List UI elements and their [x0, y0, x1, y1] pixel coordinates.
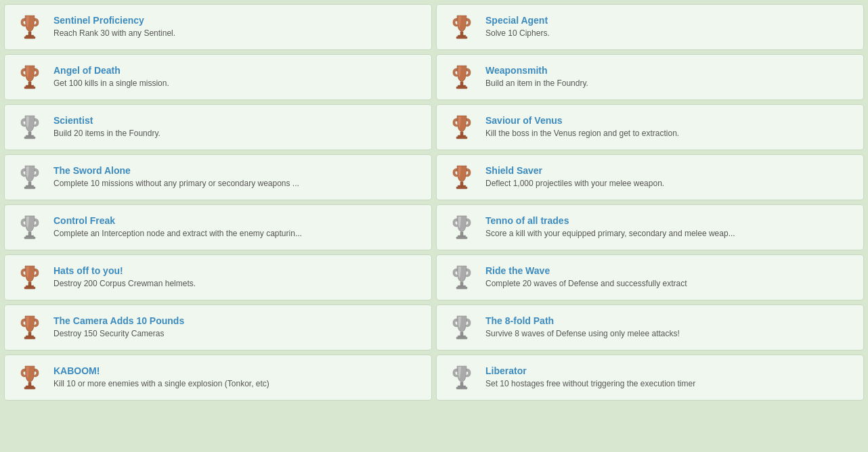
svg-rect-9: [460, 82, 463, 85]
svg-rect-12: [28, 132, 31, 135]
svg-rect-32: [24, 287, 35, 289]
achievement-title-liberator[interactable]: Liberator: [485, 365, 695, 376]
trophy-icon-scientist: [14, 112, 45, 143]
achievement-card-special-agent: Special AgentSolve 10 Ciphers.: [436, 4, 864, 50]
achievement-card-the-camera-adds-10-pounds: The Camera Adds 10 PoundsDestroy 150 Sec…: [4, 304, 432, 351]
achievement-desc-tenno-of-all-trades: Score a kill with your equipped primary,…: [485, 228, 735, 240]
svg-rect-2: [24, 37, 35, 39]
svg-rect-3: [460, 32, 463, 35]
svg-rect-6: [28, 82, 31, 85]
achievement-title-scientist[interactable]: Scientist: [53, 115, 160, 126]
svg-rect-17: [456, 137, 467, 139]
achievement-title-hats-off-to-you[interactable]: Hats off to you!: [53, 265, 196, 276]
achievement-text-special-agent: Special AgentSolve 10 Ciphers.: [485, 15, 550, 39]
achievement-title-saviour-of-venus[interactable]: Saviour of Venus: [485, 115, 679, 126]
svg-rect-34: [458, 286, 466, 287]
svg-rect-31: [26, 286, 34, 287]
achievement-text-weaponsmith: WeaponsmithBuild an item in the Foundry.: [485, 65, 588, 89]
achievement-desc-ride-the-wave: Complete 20 waves of Defense and success…: [485, 278, 687, 290]
trophy-icon-special-agent: [446, 12, 477, 43]
svg-rect-23: [456, 187, 467, 189]
achievement-card-sentinel-proficiency: Sentinel ProficiencyReach Rank 30 with a…: [4, 4, 432, 50]
svg-rect-10: [458, 85, 466, 87]
svg-rect-40: [458, 336, 466, 337]
svg-rect-16: [458, 135, 466, 137]
svg-rect-15: [460, 132, 463, 135]
achievement-text-sentinel-proficiency: Sentinel ProficiencyReach Rank 30 with a…: [53, 15, 175, 39]
trophy-icon-control-freak: [14, 212, 45, 243]
achievement-card-angel-of-death: Angel of DeathGet 100 kills in a single …: [4, 54, 432, 100]
achievement-card-the-8-fold-path: The 8-fold PathSurvive 8 waves of Defens…: [436, 304, 864, 351]
trophy-icon-kaboom: [14, 362, 45, 393]
achievement-desc-the-8-fold-path: Survive 8 waves of Defense using only me…: [485, 328, 680, 340]
achievement-desc-sentinel-proficiency: Reach Rank 30 with any Sentinel.: [53, 28, 175, 39]
svg-rect-13: [26, 135, 34, 137]
svg-rect-1: [26, 35, 34, 37]
svg-rect-20: [24, 187, 35, 189]
achievement-text-hats-off-to-you: Hats off to you!Destroy 200 Corpus Crewm…: [53, 265, 196, 290]
achievement-title-angel-of-death[interactable]: Angel of Death: [53, 65, 169, 76]
svg-rect-26: [24, 237, 35, 239]
achievement-text-liberator: LiberatorSet 10 hostages free without tr…: [485, 365, 695, 390]
svg-rect-21: [460, 182, 463, 185]
achievement-title-the-sword-alone[interactable]: The Sword Alone: [53, 165, 299, 176]
achievement-desc-control-freak: Complete an Interception node and extrac…: [53, 228, 302, 240]
svg-rect-19: [26, 185, 34, 187]
svg-rect-27: [460, 232, 463, 235]
achievement-desc-liberator: Set 10 hostages free without triggering …: [485, 378, 695, 390]
achievements-grid: Sentinel ProficiencyReach Rank 30 with a…: [0, 0, 868, 405]
achievement-card-weaponsmith: WeaponsmithBuild an item in the Foundry.: [436, 54, 864, 100]
achievement-desc-shield-saver: Deflect 1,000 projectiles with your mele…: [485, 178, 664, 189]
svg-rect-39: [460, 332, 463, 336]
achievement-title-weaponsmith[interactable]: Weaponsmith: [485, 65, 588, 76]
trophy-icon-the-camera-adds-10-pounds: [14, 312, 45, 343]
achievement-title-kaboom[interactable]: KABOOM!: [53, 365, 269, 376]
trophy-icon-the-8-fold-path: [446, 312, 477, 343]
trophy-icon-sentinel-proficiency: [14, 12, 45, 43]
svg-rect-41: [456, 337, 467, 339]
svg-rect-30: [28, 282, 31, 286]
svg-rect-46: [458, 386, 466, 387]
achievement-desc-kaboom: Kill 10 or more enemies with a single ex…: [53, 378, 269, 390]
achievement-title-the-8-fold-path[interactable]: The 8-fold Path: [485, 315, 680, 326]
achievement-text-saviour-of-venus: Saviour of VenusKill the boss in the Ven…: [485, 115, 679, 139]
achievement-desc-angel-of-death: Get 100 kills in a single mission.: [53, 78, 169, 89]
svg-rect-11: [456, 87, 467, 89]
trophy-icon-saviour-of-venus: [446, 112, 477, 143]
trophy-icon-the-sword-alone: [14, 162, 45, 193]
svg-rect-8: [24, 87, 35, 89]
achievement-title-shield-saver[interactable]: Shield Saver: [485, 165, 664, 176]
achievement-title-ride-the-wave[interactable]: Ride the Wave: [485, 265, 687, 276]
svg-rect-22: [458, 185, 466, 187]
achievement-title-control-freak[interactable]: Control Freak: [53, 215, 302, 226]
achievement-desc-weaponsmith: Build an item in the Foundry.: [485, 78, 588, 89]
svg-rect-4: [458, 35, 466, 37]
trophy-icon-hats-off-to-you: [14, 262, 45, 293]
svg-rect-25: [26, 235, 34, 237]
achievement-card-control-freak: Control FreakComplete an Interception no…: [4, 204, 432, 250]
svg-rect-18: [28, 182, 31, 185]
achievement-desc-hats-off-to-you: Destroy 200 Corpus Crewman helmets.: [53, 278, 196, 290]
svg-rect-35: [456, 287, 467, 289]
svg-rect-7: [26, 85, 34, 87]
achievement-title-special-agent[interactable]: Special Agent: [485, 15, 550, 26]
svg-rect-37: [26, 336, 34, 337]
achievement-title-the-camera-adds-10-pounds[interactable]: The Camera Adds 10 Pounds: [53, 315, 184, 326]
achievement-card-kaboom: KABOOM!Kill 10 or more enemies with a si…: [4, 355, 432, 401]
achievement-card-scientist: ScientistBuild 20 items in the Foundry.: [4, 104, 432, 150]
achievement-text-kaboom: KABOOM!Kill 10 or more enemies with a si…: [53, 365, 269, 390]
svg-rect-45: [460, 382, 463, 386]
svg-rect-36: [28, 332, 31, 336]
achievement-text-control-freak: Control FreakComplete an Interception no…: [53, 215, 302, 240]
achievement-desc-saviour-of-venus: Kill the boss in the Venus region and ge…: [485, 128, 679, 139]
svg-rect-44: [24, 387, 35, 389]
svg-rect-47: [456, 387, 467, 389]
achievement-card-liberator: LiberatorSet 10 hostages free without tr…: [436, 355, 864, 401]
trophy-icon-tenno-of-all-trades: [446, 212, 477, 243]
svg-rect-29: [456, 237, 467, 239]
svg-rect-14: [24, 137, 35, 139]
trophy-icon-weaponsmith: [446, 62, 477, 93]
achievement-card-hats-off-to-you: Hats off to you!Destroy 200 Corpus Crewm…: [4, 254, 432, 300]
achievement-title-sentinel-proficiency[interactable]: Sentinel Proficiency: [53, 15, 175, 26]
achievement-title-tenno-of-all-trades[interactable]: Tenno of all trades: [485, 215, 735, 226]
